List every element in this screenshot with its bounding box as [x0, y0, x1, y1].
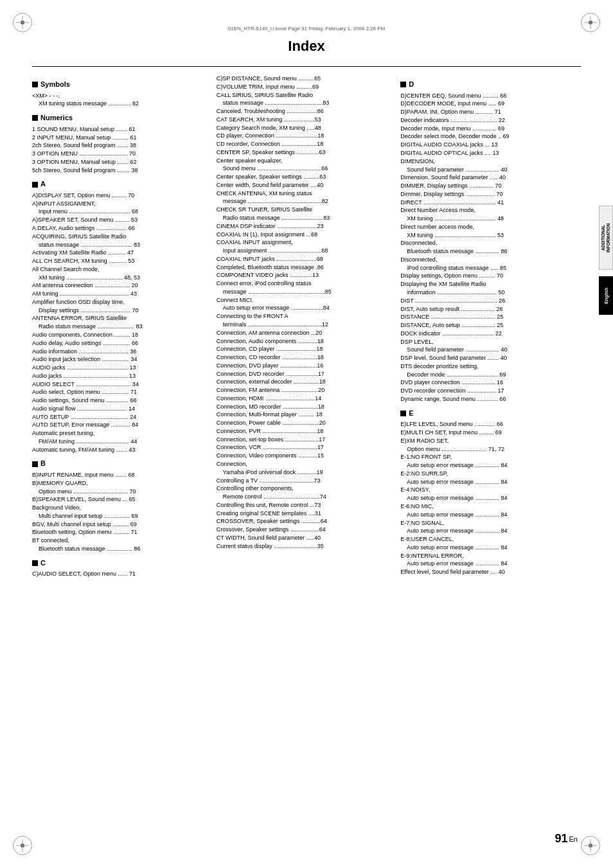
entry-dsp-level: DSP LEVEL,Sound field parameter ........…: [400, 338, 577, 355]
entry-conn-pvr: Connection, PVR ........................…: [217, 427, 393, 436]
page-number: 91: [555, 832, 568, 846]
entry-disconnected-ipod: Disconnected,iPod controlling status mes…: [400, 256, 577, 272]
entry-xm: <XM> - - -,XM tuning status message ....…: [32, 92, 209, 109]
entry-audio-select-caps: AUDIO SELECT ...........................…: [32, 380, 209, 389]
page-lang: En: [569, 835, 578, 843]
section-b: B: [32, 459, 209, 469]
entry-distance: DISTANCE ...............................…: [400, 313, 577, 321]
file-info: 01EN_HTR-6140_U.book Page 91 Friday, Feb…: [32, 26, 581, 31]
section-square-a: [32, 182, 38, 188]
entry-ddecoder: D)DECODER MODE, Input menu ..... 69: [400, 100, 577, 108]
section-label-b: B: [40, 459, 46, 469]
entry-adelay: A.DELAY, Audio settings ................…: [32, 224, 209, 233]
entry-conn-multi: Connection, Multi-format player ........…: [217, 411, 393, 419]
entry-distance-auto: DISTANCE, Auto setup ...................…: [400, 321, 577, 330]
entry-am-antenna: AM antenna connection ..................…: [32, 281, 209, 290]
entry-dynamic-range: Dynamic range, Sound menu ............. …: [400, 395, 577, 403]
entry-dparam: D)PARAM. INI, Option menu ........... 71: [400, 108, 577, 116]
entry-connect-error: Connect error, iPod controlling statusme…: [217, 279, 393, 296]
entry-conn-power: Connection, Power cable ................…: [217, 419, 393, 427]
entry-ctrl-unit: Controlling this unit, Remote control ..…: [217, 501, 393, 509]
entry-audio-settings: Audio settings, Sound menu .............…: [32, 396, 209, 405]
entry-auto-setup: AUTO SETUP .............................…: [32, 413, 209, 421]
entry-bg-video: Background Video,Multi channel input set…: [32, 504, 209, 520]
entry-category-search: Category Search mode, XM tuning .....48: [217, 124, 393, 132]
section-c: C: [32, 558, 209, 569]
entry-direct-num-caps: Direct Number Access mode,XM tuning ....…: [400, 206, 577, 223]
entry-antenna-error: ANTENNA ERROR, SIRIUS SatelliteRadio sta…: [32, 314, 209, 331]
entry-displaying-xm: Displaying the XM Satellite Radioinforma…: [400, 280, 577, 297]
entry-audio-jacks-caps: AUDIO jacks ............................…: [32, 364, 209, 372]
section-square-d: [400, 82, 406, 87]
entry-coaxial-input-assign: COAXIAL INPUT assignment,Input assignmen…: [217, 238, 393, 255]
entry-auto-tuning: Automatic tuning, FM/AM tuning ....... 4…: [32, 446, 209, 454]
entry-conn-yamaha: Connection,Yamaha iPod universal dock ..…: [217, 460, 393, 477]
entry-5ch: 5ch Stereo, Sound field program ........…: [32, 166, 209, 175]
entry-bluetooth: Bluetooth setting, Option menu .........…: [32, 528, 209, 536]
entry-auto-preset: Automatic preset tuning,FM/AM tuning ...…: [32, 429, 209, 446]
entry-audio-components: Audio components, Connection .......... …: [32, 331, 209, 339]
entry-coaxial-input-jacks: COAXIAL INPUT jacks ....................…: [217, 255, 393, 263]
entry-audio-input-jacks: Audio input jacks selection ............…: [32, 355, 209, 364]
section-label-symbols: Symbols: [40, 80, 70, 90]
entry-conn-audio: Connection, Audio components ...........…: [217, 337, 393, 346]
section-label-a: A: [40, 179, 46, 190]
entry-am-tuning: AM tuning ..............................…: [32, 290, 209, 298]
entry-dist-auto: DIST, Auto setup result ................…: [400, 305, 577, 314]
english-tab: English: [599, 276, 613, 315]
section-label-numerics: Numerics: [40, 113, 73, 123]
entry-cvol: C)VOLUME TRIM, Input menu ..........69: [217, 83, 393, 91]
entry-audio-select: Audio select, Option menu ..............…: [32, 388, 209, 396]
section-numerics: Numerics: [32, 113, 209, 123]
entry-dist-caps: DIST ...................................…: [400, 297, 577, 305]
section-d: D: [400, 80, 577, 90]
entry-direct-num: Direct number access mode,XM tuning ....…: [400, 223, 577, 240]
entry-center-width: Center width, Sound field parameter ....…: [217, 181, 393, 190]
corner-mark-tr: [581, 13, 600, 32]
entry-conn-cd: Connection, CD player ..................…: [217, 345, 393, 353]
entry-bt-connected: BT connected,Bluetooth status message ..…: [32, 536, 209, 553]
entry-dvd-player: DVD player connection ..................…: [400, 378, 577, 387]
entry-allch-mode: All Channel Search mode,XM tuning ......…: [32, 265, 209, 282]
entry-audio-delay: Audio delay, Audio settings ............…: [32, 339, 209, 348]
entry-dsp-level-sfp: DSP level, Sound field parameter .......…: [400, 354, 577, 362]
entry-adisplay: A)DISPLAY SET, Option menu ......... 70: [32, 191, 209, 200]
entry-conn-hdmi: Connection, HDMI .......................…: [217, 394, 393, 403]
entry-auto-setup-error: AUTO SETUP, Error message ............ 8…: [32, 421, 209, 429]
section-label-c: C: [40, 558, 46, 569]
entry-cd-player: CD player, Connection ..................…: [217, 132, 393, 140]
entry-decoder-select: Decoder select mode, Decoder mode .. 69: [400, 132, 577, 141]
entry-elfe: E)LFE LEVEL, Sound menu ............. 66: [400, 420, 577, 429]
entry-csp-dist: C)SP DISTANCE, Sound menu ..........65: [217, 75, 393, 83]
entry-crossover-caps: CROSSOVER, Speaker settings ............…: [217, 517, 393, 526]
entry-audio-signal: Audio signal flow ......................…: [32, 405, 209, 413]
entry-dimmer: Dimmer, Display settings ...............…: [400, 190, 577, 199]
entry-conn-cd-rec: Connection, CD recorder ................…: [217, 353, 393, 362]
entry-e7: E-7:NO SIGNAL,Auto setup error message .…: [400, 519, 577, 536]
entry-bgv: BGV, Multi channel input setup .........…: [32, 520, 209, 529]
entry-1sound: 1 SOUND MENU, Manual setup ....... 61: [32, 125, 209, 134]
entry-conn-am: Connection, AM antenna connection ...20: [217, 329, 393, 337]
entry-dimmer-caps: DIMMER, Display settings ...............…: [400, 182, 577, 190]
entry-e8: E-8:USER CANCEL,Auto setup error message…: [400, 535, 577, 552]
entry-dvd-recorder: DVD recorder connection ................…: [400, 387, 577, 395]
entry-completed: Completed, Bluetooth status message .86: [217, 263, 393, 272]
section-label-e: E: [409, 409, 413, 419]
entry-cd-recorder: CD recorder, Connection ................…: [217, 140, 393, 148]
section-e: E: [400, 409, 577, 419]
entry-call-sirius: CALL SIRIUS, SIRIUS Satellite Radiostatu…: [217, 91, 393, 108]
index-content: Symbols <XM> - - -,XM tuning status mess…: [32, 75, 581, 578]
section-label-d: D: [409, 80, 414, 90]
entry-crossover: Crossover, Speaker settings ............…: [217, 526, 393, 534]
entry-binput: B)INPUT RENAME, Input menu ....... 68: [32, 471, 209, 479]
entry-activating-xm: Activating XM Satellite Radio ..........…: [32, 249, 209, 257]
entry-current-status: Current status display .................…: [217, 542, 393, 551]
entry-cat-search: CAT SEARCH, XM tuning ..................…: [217, 116, 393, 124]
entry-disconnected-bt: Disconnected,Bluetooth status message ..…: [400, 239, 577, 256]
entry-3option: 3 OPTION MENU ..........................…: [32, 150, 209, 158]
entry-connect-mic: Connect MIC!,Auto setup error message ..…: [217, 296, 393, 313]
entry-center-sp: CENTER SP, Speaker settings ............…: [217, 148, 393, 157]
entry-e4: E-4:NOISY,Auto setup error message .....…: [400, 486, 577, 502]
entry-direct: DIRECT .................................…: [400, 199, 577, 207]
entry-ct-width: CT WIDTH, Sound field parameter .....40: [217, 534, 393, 542]
